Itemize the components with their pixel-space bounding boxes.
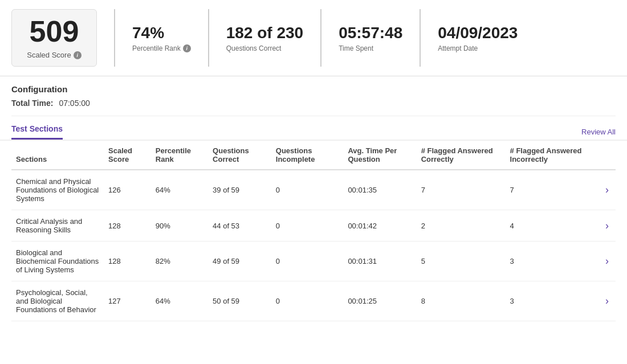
sections-table-wrapper: Sections Scaled Score Percentile Rank Qu…: [0, 141, 627, 321]
attempt-date-stat: 04/09/2023 Attempt Date: [420, 9, 535, 67]
questions-incomplete-cell: 0: [271, 210, 344, 242]
questions-correct-cell: 39 of 59: [208, 170, 271, 210]
percentile-rank-stat: 74% Percentile Rank i: [114, 9, 208, 67]
sections-table: Sections Scaled Score Percentile Rank Qu…: [11, 141, 616, 321]
flagged-incorrectly-cell: 4: [506, 210, 598, 242]
questions-correct-stat: 182 of 230 Questions Correct: [208, 9, 320, 67]
percentile-info-icon[interactable]: i: [183, 44, 191, 52]
row-chevron-button[interactable]: ›: [603, 220, 611, 232]
avg-time-cell: 00:01:25: [343, 281, 416, 321]
section-name-cell: Critical Analysis and Reasoning Skills: [11, 210, 104, 242]
percentile-label: Percentile Rank i: [132, 44, 191, 52]
flagged-correctly-cell: 8: [417, 281, 506, 321]
row-action-cell[interactable]: ›: [598, 242, 616, 281]
time-spent-label: Time Spent: [339, 44, 402, 52]
tabs-left: Test Sections: [11, 124, 63, 140]
row-action-cell[interactable]: ›: [598, 170, 616, 210]
questions-incomplete-cell: 0: [271, 281, 344, 321]
total-time-label: Total Time:: [11, 99, 53, 108]
questions-correct-cell: 44 of 53: [208, 210, 271, 242]
review-all-link[interactable]: Review All: [581, 128, 616, 136]
questions-correct-cell: 50 of 59: [208, 281, 271, 321]
row-chevron-button[interactable]: ›: [603, 295, 611, 307]
flagged-correctly-cell: 7: [417, 170, 506, 210]
questions-correct-label: Questions Correct: [226, 44, 303, 52]
scaled-score-cell: 128: [104, 242, 151, 281]
section-name-cell: Psychological, Social, and Biological Fo…: [11, 281, 104, 321]
tab-test-sections[interactable]: Test Sections: [11, 124, 63, 140]
questions-incomplete-cell: 0: [271, 242, 344, 281]
scaled-score-cell: 127: [104, 281, 151, 321]
avg-time-cell: 00:01:42: [343, 210, 416, 242]
col-header-action: [598, 141, 616, 170]
col-header-avg-time: Avg. Time Per Question: [343, 141, 416, 170]
questions-correct-value: 182 of 230: [226, 24, 303, 42]
scaled-score-value: 509: [30, 17, 79, 46]
flagged-correctly-cell: 5: [417, 242, 506, 281]
row-action-cell[interactable]: ›: [598, 210, 616, 242]
total-time-row: Total Time: 07:05:00: [11, 99, 616, 116]
col-header-scaled-score: Scaled Score: [104, 141, 151, 170]
configuration-title: Configuration: [11, 84, 616, 94]
flagged-incorrectly-cell: 3: [506, 281, 598, 321]
section-name-cell: Biological and Biochemical Foundations o…: [11, 242, 104, 281]
table-row: Critical Analysis and Reasoning Skills12…: [11, 210, 616, 242]
time-spent-stat: 05:57:48 Time Spent: [320, 9, 420, 67]
total-time-value: 07:05:00: [59, 99, 90, 108]
configuration-section: Configuration Total Time: 07:05:00: [0, 76, 627, 118]
col-header-sections: Sections: [11, 141, 104, 170]
table-row: Biological and Biochemical Foundations o…: [11, 242, 616, 281]
scaled-score-info-icon[interactable]: i: [74, 51, 82, 59]
top-stats-bar: 509 Scaled Score i 74% Percentile Rank i…: [0, 0, 627, 76]
row-action-cell[interactable]: ›: [598, 281, 616, 321]
percentile-rank-cell: 82%: [151, 242, 208, 281]
percentile-rank-cell: 64%: [151, 281, 208, 321]
tabs-row: Test Sections Review All: [0, 118, 627, 141]
questions-incomplete-cell: 0: [271, 170, 344, 210]
table-row: Chemical and Physical Foundations of Bio…: [11, 170, 616, 210]
attempt-date-value: 04/09/2023: [438, 24, 518, 42]
percentile-value: 74%: [132, 24, 191, 42]
scaled-score-cell: 128: [104, 210, 151, 242]
percentile-rank-cell: 64%: [151, 170, 208, 210]
avg-time-cell: 00:01:31: [343, 242, 416, 281]
col-header-percentile-rank: Percentile Rank: [151, 141, 208, 170]
attempt-date-label: Attempt Date: [438, 44, 518, 52]
time-spent-value: 05:57:48: [339, 24, 402, 42]
flagged-incorrectly-cell: 3: [506, 242, 598, 281]
col-header-flagged-correctly: # Flagged Answered Correctly: [417, 141, 506, 170]
scaled-score-label: Scaled Score i: [27, 51, 81, 59]
row-chevron-button[interactable]: ›: [603, 184, 611, 196]
table-row: Psychological, Social, and Biological Fo…: [11, 281, 616, 321]
col-header-questions-incomplete: Questions Incomplete: [271, 141, 344, 170]
col-header-flagged-incorrectly: # Flagged Answered Incorrectly: [506, 141, 598, 170]
questions-correct-cell: 49 of 59: [208, 242, 271, 281]
section-name-cell: Chemical and Physical Foundations of Bio…: [11, 170, 104, 210]
scaled-score-box: 509 Scaled Score i: [11, 9, 97, 67]
table-header-row: Sections Scaled Score Percentile Rank Qu…: [11, 141, 616, 170]
avg-time-cell: 00:01:35: [343, 170, 416, 210]
flagged-incorrectly-cell: 7: [506, 170, 598, 210]
flagged-correctly-cell: 2: [417, 210, 506, 242]
row-chevron-button[interactable]: ›: [603, 255, 611, 267]
percentile-rank-cell: 90%: [151, 210, 208, 242]
col-header-questions-correct: Questions Correct: [208, 141, 271, 170]
scaled-score-cell: 126: [104, 170, 151, 210]
